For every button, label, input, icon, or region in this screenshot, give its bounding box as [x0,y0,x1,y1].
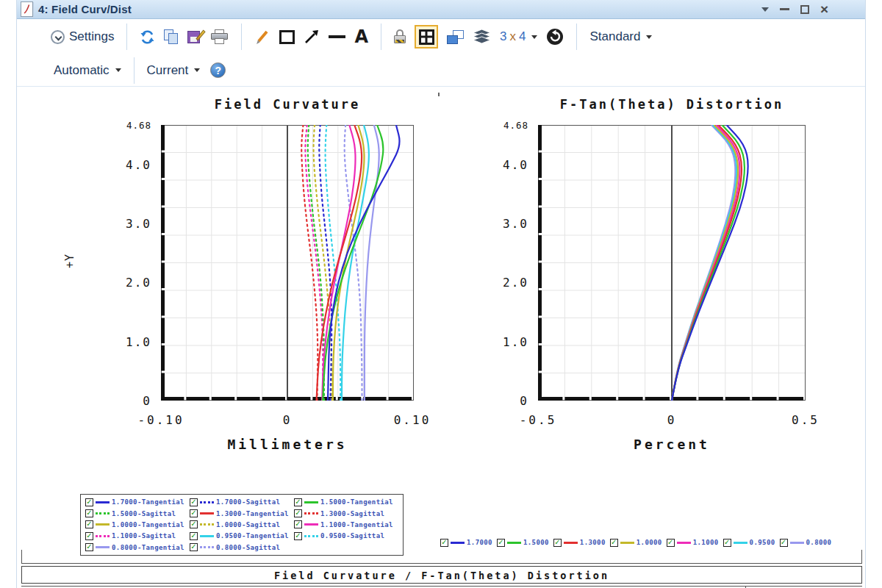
ytick: 3.0 [477,217,528,231]
settings-chevron-icon [51,30,65,44]
main-toolbar: Settings [17,19,865,54]
legend-entry: ✓1.5000 [497,537,549,548]
xtick: 0.5 [769,413,842,427]
print-button[interactable] [211,29,229,45]
toolbar-separator [576,24,577,50]
legend-checkbox[interactable]: ✓ [294,520,302,528]
toolbar-separator [126,24,127,50]
line-tool-icon [329,35,345,38]
reset-button[interactable] [546,28,564,46]
minimize-icon[interactable] [780,8,789,10]
arrow-tool-button[interactable] [304,29,320,45]
solid-line-sample-icon [96,523,110,526]
settings-button[interactable]: Settings [51,29,114,44]
solid-line-sample-icon [734,542,747,544]
title-bar[interactable]: 4: Field Curv/Dist × [17,0,865,19]
refresh-button[interactable] [140,29,155,45]
dotted-line-sample-icon [304,512,318,514]
legend-checkbox[interactable]: ✓ [294,498,302,506]
automatic-label: Automatic [54,63,110,78]
legend-checkbox[interactable]: ✓ [294,509,302,517]
rectangle-tool-icon [279,30,295,44]
text-tool-button[interactable]: A [354,29,368,45]
legend-checkbox[interactable]: ✓ [85,543,93,551]
help-button[interactable]: ? [210,62,226,78]
window-title: 4: Field Curv/Dist [38,3,132,15]
legend-checkbox[interactable]: ✓ [780,539,788,547]
legend-checkbox[interactable]: ✓ [440,539,448,547]
legend-checkbox[interactable]: ✓ [294,532,302,540]
y-axis-label: +Y [63,254,76,268]
save-button[interactable] [187,29,202,44]
standard-label: Standard [589,29,640,44]
secondary-toolbar: Automatic Current ? [17,54,865,87]
legend-checkbox[interactable]: ✓ [85,532,93,540]
page-top-tick [438,93,440,96]
current-label: Current [147,63,189,78]
lock-button[interactable] [394,29,406,44]
maximize-icon[interactable] [800,5,809,14]
copy-button[interactable] [164,29,179,44]
grid-size-dropdown[interactable]: 3 x 4 [500,29,537,44]
legend-checkbox[interactable]: ✓ [85,509,93,517]
legend-checkbox[interactable]: ✓ [723,539,731,547]
window-menu-caret-icon[interactable] [761,7,769,12]
layers-button[interactable] [473,29,491,45]
legend-checkbox[interactable]: ✓ [667,539,675,547]
legend-entry: ✓1.5000-Tangential [294,497,398,507]
caption-top-rule [21,563,862,564]
quadrant-layout-icon [419,29,434,45]
grid-size-cols: 4 [519,29,526,44]
legend-label: 1.7000-Tangential [112,498,184,506]
toolbar-separator [134,57,135,84]
legend-checkbox[interactable]: ✓ [85,520,93,528]
current-dropdown[interactable]: Current [147,63,201,78]
rectangle-tool-button[interactable] [279,30,295,44]
refresh-icon [140,29,155,45]
ytick: 3.0 [100,217,151,231]
ytick: 4.68 [100,120,151,131]
cascade-windows-button[interactable] [447,30,464,44]
legend-entry: ✓1.0000 [610,537,662,548]
dotted-line-sample-icon [200,501,214,503]
legend-label: 1.0000-Tangential [112,521,184,528]
dotted-line-sample-icon [200,523,214,526]
ytick: 4.68 [477,120,528,131]
legend-entry: ✓0.9500-Sagittal [294,531,398,541]
legend-checkbox[interactable]: ✓ [553,539,562,547]
legend-checkbox[interactable]: ✓ [190,520,198,528]
legend-checkbox[interactable]: ✓ [85,498,93,506]
plot-doc-icon [21,1,33,17]
legend-label: 1.1000 [693,539,719,546]
xtick: -0.10 [124,413,198,427]
arrow-tool-icon [304,29,320,45]
quadrant-layout-button[interactable] [415,25,438,49]
legend-checkbox[interactable]: ✓ [497,539,505,547]
legend-checkbox[interactable]: ✓ [190,543,198,551]
ytick: 4.0 [100,158,151,172]
layers-icon [473,29,491,45]
legend-entry: ✓1.1000 [667,537,719,548]
field-curvature-title: Field Curvature [140,97,434,112]
legend-checkbox[interactable]: ✓ [190,509,198,517]
legend-label: 1.3000-Tangential [216,510,289,517]
close-icon[interactable]: × [820,4,828,15]
legend-label: 0.8000-Tangential [112,544,184,551]
dotted-line-sample-icon [304,535,318,537]
standard-dropdown[interactable]: Standard [589,29,652,44]
dotted-line-sample-icon [200,546,214,548]
solid-line-sample-icon [677,542,691,544]
automatic-dropdown[interactable]: Automatic [54,63,121,78]
solid-line-sample-icon [200,535,214,537]
plot-caption: Field Curvature / F-Tan(Theta) Distortio… [21,566,862,584]
pencil-tool-button[interactable] [254,29,270,45]
field-curvature-legend: ✓1.7000-Tangential✓1.7000-Sagittal✓1.500… [80,494,404,556]
legend-checkbox[interactable]: ✓ [190,498,198,506]
ytick: 1.0 [100,335,151,349]
xtick: -0.5 [501,413,575,427]
line-tool-button[interactable] [329,35,345,38]
legend-checkbox[interactable]: ✓ [610,539,618,547]
legend-label: 1.7000 [467,539,492,546]
ytick: 4.0 [477,158,528,172]
legend-checkbox[interactable]: ✓ [190,532,198,540]
